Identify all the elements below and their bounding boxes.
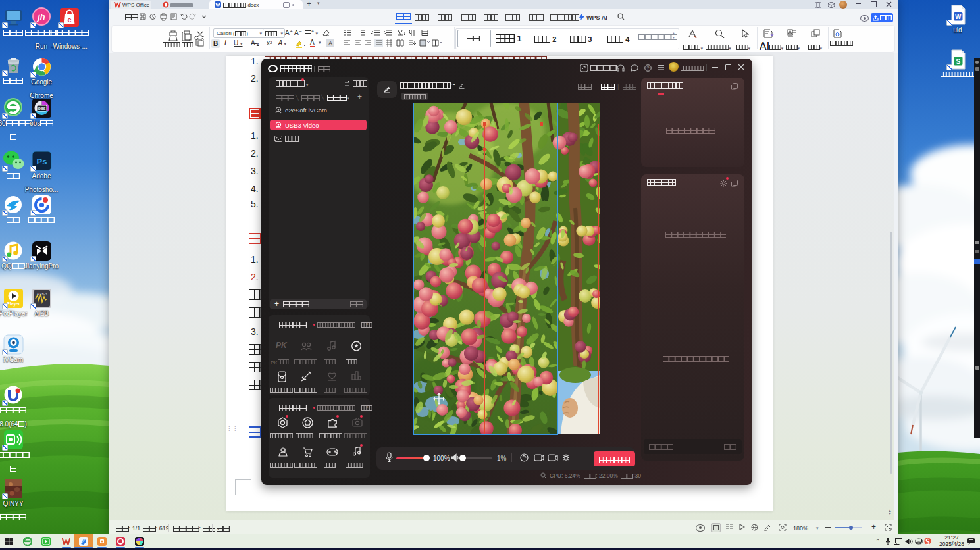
svg-text:W: W	[955, 13, 962, 20]
svg-text:AIZB-3: AIZB-3	[36, 292, 47, 296]
svg-text:OBS: OBS	[38, 107, 45, 111]
svg-text:?: ?	[647, 66, 650, 70]
svg-text:Ps: Ps	[36, 157, 47, 166]
svg-text:S: S	[956, 58, 960, 65]
svg-text:e: e	[67, 16, 71, 24]
